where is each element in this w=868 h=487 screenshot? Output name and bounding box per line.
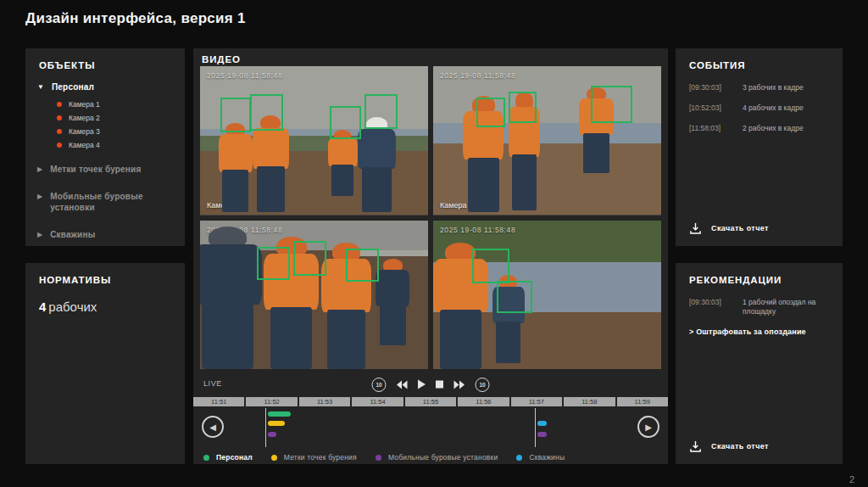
event-text: 1 рабочий опоздал на площадку: [743, 298, 829, 316]
download-report-label: Скачать отчет: [711, 224, 769, 232]
detection-bounding-box: [476, 98, 505, 128]
timeline-tick: 11:59: [617, 397, 668, 406]
video-panel: ВИДЕО 2025 19-08 11:58:48 Камера 1 2025 …: [193, 48, 668, 464]
worker-figure: [200, 227, 262, 369]
camera-timestamp: 2025 19-08 11:58:48: [440, 226, 515, 234]
events-panel-title: СОБЫТИЯ: [676, 48, 843, 70]
tree-group-toggle[interactable]: ▶ Мобильные буровые установки: [25, 189, 185, 215]
tree-group: ▶ Скважины: [25, 227, 185, 242]
tree-children: Камера 1 Камера 2 Камера 3 Камера 4: [25, 100, 185, 149]
events-panel: СОБЫТИЯ [09:30:03] 3 рабочих в кадре [10…: [676, 48, 843, 246]
tree-arrow-icon: ▼: [37, 81, 44, 92]
play-icon: [418, 379, 426, 389]
sidebar-camera-item[interactable]: Камера 2: [57, 114, 185, 122]
timeline-ruler[interactable]: 11:5111:5211:5311:5411:5511:5611:5711:58…: [193, 397, 668, 406]
camera-grid: 2025 19-08 11:58:48 Камера 1 2025 19-08 …: [200, 66, 661, 369]
timeline-tick: 11:53: [299, 397, 352, 406]
timeline-event-bar: [268, 421, 285, 426]
timeline-marker-line: [535, 408, 536, 447]
camera-view[interactable]: 2025 19-08 11:58:48 Камера 1: [200, 66, 428, 216]
event-text: 2 рабочих в кадре: [743, 124, 829, 133]
download-icon: [689, 440, 702, 452]
sidebar-camera-item[interactable]: Камера 4: [57, 141, 185, 149]
sidebar-camera-item[interactable]: Камера 3: [57, 127, 185, 136]
tree-group-label: Мобильные буровые установки: [50, 191, 173, 213]
playback-controls: 1010: [372, 373, 490, 395]
legend-color-dot: [271, 455, 277, 461]
sidebar-camera-item[interactable]: Камера 1: [57, 100, 185, 109]
tree-arrow-icon: ▶: [37, 229, 42, 240]
arrow-right-icon: ▶: [645, 423, 652, 432]
objects-tree: ▼ Персонал Камера 1 Камера 2 Камера 3 Ка…: [25, 80, 185, 242]
legend-item: Метки точек бурения: [271, 453, 357, 462]
timeline-tick: 11:56: [458, 397, 510, 406]
detection-bounding-box: [257, 247, 290, 280]
recommendations-panel-title: РЕКОМЕНДАЦИИ: [676, 263, 843, 285]
timeline-tick: 11:58: [564, 397, 616, 406]
event-row: [10:52:03] 4 рабочих в кадре: [689, 104, 829, 113]
tree-group-label: Скважины: [50, 229, 95, 240]
skip-back-10-icon: 10: [372, 378, 387, 392]
tree-group: ▶ Мобильные буровые установки: [25, 189, 185, 215]
rewind-button[interactable]: [396, 380, 409, 389]
timeline-event-bar: [537, 421, 547, 426]
event-text: 4 рабочих в кадре: [743, 104, 829, 113]
detection-bounding-box: [497, 281, 532, 312]
stop-button[interactable]: [436, 380, 444, 389]
worker-figure: [328, 130, 358, 195]
tree-group: ▶ Метки точек бурения: [25, 162, 185, 176]
timeline-scroll-right-button[interactable]: ▶: [637, 416, 659, 438]
objects-panel: ОБЪЕКТЫ ▼ Персонал Камера 1 Камера 2 Кам…: [25, 48, 185, 246]
camera-view[interactable]: 2025 19-08 11:58:48 Камера 3: [200, 221, 428, 370]
camera-view[interactable]: 2025 19-08 11:58:48 Камера 2: [433, 66, 661, 216]
tree-group-toggle[interactable]: ▶ Метки точек бурения: [25, 162, 185, 176]
play-button[interactable]: [418, 379, 426, 389]
event-row: [09:30:03] 3 рабочих в кадре: [689, 83, 829, 92]
worker-figure: [219, 123, 253, 212]
timeline-tick: 11:54: [352, 397, 404, 406]
timeline-tick: 11:55: [405, 397, 458, 406]
event-time: [11:58:03]: [689, 124, 735, 133]
detection-bounding-box: [330, 106, 360, 139]
tree-group-toggle[interactable]: ▶ Скважины: [25, 227, 185, 242]
download-report-button[interactable]: Скачать отчет: [689, 222, 769, 234]
timeline-event-bar: [268, 411, 291, 417]
tree-group-label: Персонал: [52, 81, 94, 92]
legend-color-dot: [376, 455, 381, 461]
camera-status-dot: [57, 129, 62, 134]
standards-unit: рабочих: [48, 299, 97, 314]
arrow-left-icon: ◀: [209, 423, 216, 432]
camera-item-label: Камера 3: [69, 127, 100, 136]
skip-back-10-button[interactable]: 10: [372, 378, 387, 392]
worker-figure: [376, 259, 409, 345]
timeline-scroll-left-button[interactable]: ◀: [202, 416, 224, 438]
download-report-button[interactable]: Скачать отчет: [689, 440, 769, 452]
fast-forward-button[interactable]: [453, 380, 466, 389]
page-title: Дизайн интерфейса, версия 1: [25, 10, 246, 27]
stop-icon: [436, 380, 444, 389]
standards-count: 4: [39, 299, 46, 314]
event-text: 3 рабочих в кадре: [743, 83, 829, 92]
standards-panel-title: НОРМАТИВЫ: [25, 263, 185, 285]
penalty-action-link[interactable]: > Оштрафовать за опоздание: [689, 327, 806, 336]
timeline-tick: 11:57: [511, 397, 564, 406]
camera-item-label: Камера 2: [69, 114, 100, 122]
camera-item-label: Камера 1: [69, 100, 100, 109]
legend-label: Скважины: [529, 453, 565, 462]
camera-view[interactable]: 2025 19-08 11:58:48 Камера 4: [433, 221, 661, 370]
tree-group-toggle[interactable]: ▼ Персонал: [25, 80, 185, 94]
tree-arrow-icon: ▶: [37, 164, 42, 175]
standards-value: 4рабочих: [39, 299, 171, 314]
download-icon: [689, 222, 702, 234]
detection-bounding-box: [472, 249, 509, 283]
live-badge: LIVE: [203, 379, 222, 388]
page-number: 2: [849, 474, 854, 484]
detection-bounding-box: [364, 94, 398, 129]
events-list: [09:30:03] 3 рабочих в кадре [10:52:03] …: [689, 83, 829, 133]
skip-forward-10-button[interactable]: 10: [476, 378, 490, 392]
legend-item: Скважины: [516, 453, 565, 462]
legend-label: Мобильные буровые установки: [388, 453, 498, 462]
event-time: [10:52:03]: [689, 104, 735, 113]
timeline-tick: 11:52: [246, 397, 298, 406]
detection-bounding-box: [591, 86, 633, 123]
